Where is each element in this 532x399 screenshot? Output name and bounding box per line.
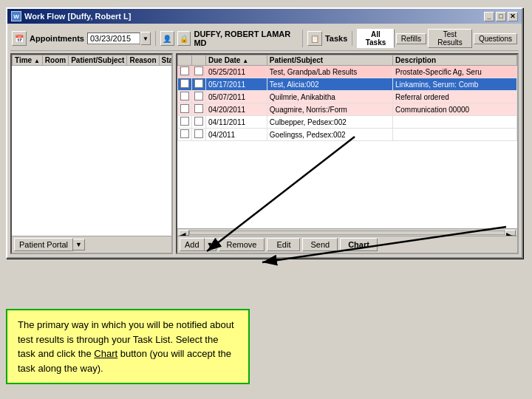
tasks-icon: 📋 (307, 31, 322, 46)
edit-button[interactable]: Edit (267, 238, 300, 251)
task-cell-icon1 (178, 103, 192, 116)
col-room: Room (42, 55, 68, 66)
tab-questions[interactable]: Questions (474, 33, 517, 44)
task-row[interactable]: 05/07/2011Quilmrie, AnikabithaReferral o… (178, 91, 517, 103)
task-cell-icon1 (178, 66, 192, 78)
task-cell-due-date: 05/25/2011 (206, 66, 267, 78)
patient-portal-button[interactable]: Patient Portal (14, 238, 73, 251)
horizontal-scrollbar[interactable]: ◀ ▶ (177, 228, 517, 236)
task-cell-due-date: 05/07/2011 (206, 91, 267, 103)
chart-underline: Chart (94, 348, 117, 359)
col-status: Status (159, 55, 171, 66)
date-input[interactable] (87, 33, 140, 44)
tasks-header-section: 📋 Tasks (307, 31, 352, 46)
doctor-name: DUFFY, ROBERT LAMAR MD (194, 30, 297, 47)
add-button[interactable]: Add (180, 238, 205, 251)
tab-group: All Tasks Refills Test Results Questions (357, 29, 517, 48)
scroll-right-btn[interactable]: ▶ (505, 230, 516, 236)
tab-all-tasks[interactable]: All Tasks (357, 29, 394, 48)
task-cell-icon2 (192, 78, 206, 91)
remove-button[interactable]: Remove (219, 238, 265, 251)
task-cell-patient: Test, Grandpa/Lab Results (267, 66, 392, 78)
date-dropdown-button[interactable]: ▼ (140, 32, 151, 45)
task-cell-patient: Quagmire, Norris:/Form (267, 103, 392, 116)
window-icon: W (11, 11, 21, 21)
send-button[interactable]: Send (302, 238, 338, 251)
task-cell-description: Prostate-Specific Ag, Seru (393, 66, 517, 78)
task-cell-patient: Test, Alicia:002 (267, 78, 392, 91)
add-dropdown-button[interactable]: ▼ (205, 238, 216, 251)
tab-refills[interactable]: Refills (396, 33, 426, 44)
tasks-table-container: Due Date ▲ Patient/Subject Description 0… (177, 55, 517, 228)
col-patient: Patient/Subject (267, 55, 392, 66)
task-cell-description: Communication 00000 (393, 103, 517, 116)
task-cell-icon2 (192, 129, 206, 141)
date-combo: ▼ (87, 32, 151, 45)
chart-button[interactable]: Chart (340, 238, 378, 251)
task-row[interactable]: 04/11/2011Culbepper, Pedsex:002 (178, 116, 517, 129)
toolbar-row: 📅 Appointments ▼ 👤 🔒 DUFFY, ROBERT LAMAR… (10, 27, 519, 51)
task-cell-due-date: 04/2011 (206, 129, 267, 141)
task-cell-icon1 (178, 78, 192, 91)
tasks-label: Tasks (325, 34, 347, 43)
person-icon: 👤 (160, 31, 174, 46)
col-check1 (178, 55, 192, 66)
appointments-table-container: Time ▲ Room Patient/Subject Reason Statu… (12, 55, 171, 236)
patient-portal-combo: Patient Portal ▼ (14, 238, 85, 251)
scroll-left-btn[interactable]: ◀ (179, 230, 189, 236)
info-box: The primary way in which you will be not… (6, 309, 250, 384)
appointments-section: 📅 Appointments ▼ (12, 31, 156, 46)
col-time: Time ▲ (13, 55, 43, 66)
task-cell-due-date: 04/20/2011 (206, 103, 267, 116)
task-cell-patient: Culbepper, Pedsex:002 (267, 116, 392, 129)
add-combo: Add ▼ (180, 238, 216, 251)
task-cell-patient: Quilmrie, Anikabitha (267, 91, 392, 103)
doctor-section: 👤 🔒 DUFFY, ROBERT LAMAR MD (160, 30, 303, 47)
title-bar-left: W Work Flow [Duffy, Robert L] (11, 11, 131, 21)
task-row[interactable]: 05/17/2011Test, Alicia:002Linkamins, Ser… (178, 78, 517, 91)
task-cell-description: Referral ordered (393, 91, 517, 103)
window-body: 📅 Appointments ▼ 👤 🔒 DUFFY, ROBERT LAMAR… (7, 24, 522, 257)
task-cell-due-date: 04/11/2011 (206, 116, 267, 129)
appointments-table: Time ▲ Room Patient/Subject Reason Statu… (12, 55, 171, 66)
task-cell-icon1 (178, 129, 192, 141)
task-cell-description (393, 129, 517, 141)
task-row[interactable]: 04/2011Goelingss, Pedsex:002 (178, 129, 517, 141)
appointments-panel: Time ▲ Room Patient/Subject Reason Statu… (10, 53, 173, 254)
task-cell-icon1 (178, 116, 192, 129)
title-buttons: _ □ ✕ (484, 12, 518, 21)
maximize-button[interactable]: □ (496, 12, 506, 21)
left-panel-footer: Patient Portal ▼ (12, 236, 171, 253)
main-window: W Work Flow [Duffy, Robert L] _ □ ✕ 📅 Ap… (6, 7, 523, 259)
task-cell-icon2 (192, 66, 206, 78)
content-area: Time ▲ Room Patient/Subject Reason Statu… (10, 53, 519, 254)
close-button[interactable]: ✕ (508, 12, 518, 21)
patient-portal-dropdown[interactable]: ▼ (73, 239, 85, 250)
task-cell-description (393, 116, 517, 129)
task-row[interactable]: 04/20/2011Quagmire, Norris:/FormCommunic… (178, 103, 517, 116)
task-cell-icon2 (192, 91, 206, 103)
task-cell-icon2 (192, 103, 206, 116)
task-row[interactable]: 05/25/2011Test, Grandpa/Lab ResultsProst… (178, 66, 517, 78)
appointments-icon: 📅 (12, 31, 27, 46)
col-patient-subject: Patient/Subject (69, 55, 127, 66)
title-bar: W Work Flow [Duffy, Robert L] _ □ ✕ (7, 9, 522, 24)
col-check2 (192, 55, 206, 66)
task-cell-due-date: 05/17/2011 (206, 78, 267, 91)
task-cell-icon1 (178, 91, 192, 103)
window-title: Work Flow [Duffy, Robert L] (24, 12, 131, 21)
task-cell-description: Linkamins, Serum: Comb (393, 78, 517, 91)
col-description: Description (393, 55, 517, 66)
tasks-footer: Add ▼ Remove Edit Send Chart (177, 236, 517, 253)
col-due-date: Due Date ▲ (206, 55, 267, 66)
task-cell-icon2 (192, 116, 206, 129)
tab-test-results[interactable]: Test Results (428, 29, 472, 48)
minimize-button[interactable]: _ (484, 12, 494, 21)
tasks-panel: Due Date ▲ Patient/Subject Description 0… (176, 53, 519, 254)
tasks-table: Due Date ▲ Patient/Subject Description 0… (177, 55, 517, 141)
lock-icon: 🔒 (177, 31, 191, 46)
appointments-label: Appointments (30, 34, 84, 43)
task-cell-patient: Goelingss, Pedsex:002 (267, 129, 392, 141)
scroll-track (189, 231, 505, 235)
col-reason: Reason (127, 55, 159, 66)
